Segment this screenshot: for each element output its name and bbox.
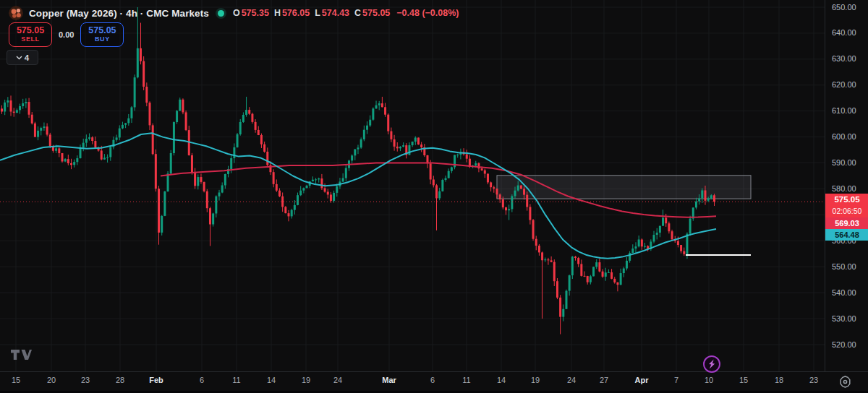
candles [1,7,715,334]
buy-price: 575.05 [88,26,116,35]
gear-icon[interactable] [838,375,852,389]
time-tick-label: 15 [12,376,20,384]
time-tick-label: 11 [232,376,240,384]
price-tick-label: 590.00 [832,158,856,167]
price-tick-label: 640.00 [832,28,856,37]
trade-buttons-row: 575.05 SELL 0.00 575.05 BUY [9,22,124,47]
price-tick-label: 580.00 [832,184,856,193]
open-label: O [233,8,240,18]
time-tick-label: 14 [267,376,276,384]
price-tick-label: 620.00 [832,80,856,89]
time-tick-label: Apr [635,376,649,384]
symbol-title[interactable]: Copper (May 2026) · 4h · CMC Markets [29,8,209,19]
time-tick-label: Feb [149,376,163,384]
time-tick-label: 24 [333,376,342,384]
time-tick-label: 7 [674,376,678,384]
time-tick-label: 27 [600,376,608,384]
time-tick-label: 19 [531,376,540,384]
symbol-legend: Copper (May 2026) · 4h · CMC Markets O57… [9,6,459,20]
price-tick-label: 520.00 [832,340,856,349]
supply-zone-rectangle[interactable] [497,176,751,199]
layers-count: 4 [25,53,29,62]
time-tick-label: 24 [567,376,576,384]
quick-trade-bolt-button[interactable] [702,355,721,373]
bar-countdown: 02:06:50 [825,206,868,216]
time-tick-label: 14 [497,376,506,384]
buy-button[interactable]: 575.05 BUY [80,22,124,47]
time-tick-label: 10 [705,376,713,384]
time-tick-label: 28 [116,376,124,384]
market-status-icon[interactable] [218,10,224,17]
low-value: 574.43 [322,8,349,18]
low-label: L [315,8,320,18]
chart-pane[interactable] [0,0,825,371]
close-label: C [354,8,361,18]
time-tick-label: 11 [462,376,470,384]
time-tick-label: 23 [81,376,90,384]
trading-chart-window: Copper (May 2026) · 4h · CMC Markets O57… [0,0,868,393]
price-axis[interactable]: 520.00530.00540.00550.00560.00570.00580.… [825,0,868,371]
chevron-down-icon [16,56,22,60]
layers-dropdown[interactable]: 4 [7,50,38,65]
high-label: H [274,8,281,18]
price-tick-label: 610.00 [832,106,856,115]
time-tick-label: 6 [430,376,435,384]
close-value: 575.05 [362,8,390,18]
buy-label: BUY [95,35,110,43]
high-value: 576.05 [282,8,310,18]
price-tick-label: 540.00 [832,288,856,297]
last-price-value: 575.05 [825,194,868,206]
price-tick-label: 600.00 [832,132,856,141]
price-tick-label: 530.00 [832,314,856,323]
copper-symbol-icon [9,6,23,20]
sell-price: 575.05 [17,26,44,35]
time-tick-label: 6 [200,376,204,384]
ma-slow-price-tag: 569.03 [825,217,868,229]
time-tick-label: 15 [739,376,748,384]
tradingview-logo[interactable] [10,349,32,364]
price-tick-label: 630.00 [832,54,856,63]
price-tick-label: 550.00 [832,262,856,271]
time-tick-label: 19 [302,376,310,384]
ohlc-readout: O575.35 H576.05 L574.43 C575.05 −0.48 (−… [233,8,459,18]
time-tick-label: 18 [775,376,783,384]
ma-fast-price-tag: 564.48 [825,229,868,241]
time-tick-label: Mar [382,376,396,384]
candlestick-chart[interactable] [0,0,825,371]
time-axis[interactable]: 15202328Feb611141924Mar61114192427Apr710… [0,371,868,392]
price-tick-label: 650.00 [832,3,856,12]
sell-button[interactable]: 575.05 SELL [9,22,52,47]
time-tick-label: 23 [809,376,818,384]
change-value: −0.48 (−0.08%) [396,8,459,18]
last-price-tag: 575.05 02:06:50 [825,194,868,217]
time-tick-label: 20 [47,376,56,384]
spread-value: 0.00 [59,30,74,39]
open-value: 575.35 [242,8,269,18]
sell-label: SELL [21,35,39,43]
